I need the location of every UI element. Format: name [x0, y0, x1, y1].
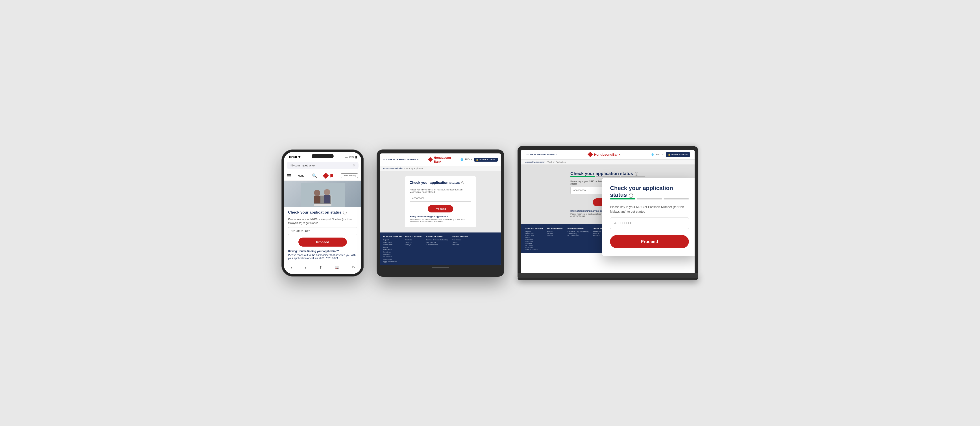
laptop-footer-link-insurance[interactable]: Insurance [525, 243, 543, 244]
phone-info-icon[interactable]: i [343, 211, 347, 215]
battery-icon: ▮ [355, 156, 357, 159]
tablet-footer-link-gm-products[interactable]: Products [452, 241, 468, 243]
modal-popup: Check your application status i Please k… [602, 178, 695, 256]
laptop-lid: YOU ARE IN: PERSONAL BANKING ▾ HongLeong… [517, 146, 698, 273]
laptop-footer-link-remittance[interactable]: Remittance [525, 238, 543, 240]
tablet-footer-link-lifestyle[interactable]: Lifestyle [405, 244, 422, 246]
bookmarks-icon[interactable]: 📖 [335, 265, 339, 270]
phone-proceed-button[interactable]: Proceed [298, 238, 347, 246]
modal-page-title: Check your application status [610, 185, 673, 198]
phone-page-title-row: Check your application status i [288, 210, 357, 215]
laptop-device: YOU ARE IN: PERSONAL BANKING ▾ HongLeong… [517, 146, 698, 280]
tablet-footer-link-loans[interactable]: Loans [383, 246, 402, 248]
laptop-footer-link-credit[interactable]: Credit Cards [525, 235, 543, 236]
phone-bottom-nav: ‹ › ⬆ 📖 ⧉ [284, 263, 361, 274]
tablet-footer-link-debit[interactable]: Debit Cards [383, 241, 402, 243]
phone-nric-input[interactable] [288, 227, 357, 235]
tablet-footer-link-credit[interactable]: Credit Cards [383, 244, 402, 246]
tablet-footer-link-deposit[interactable]: Deposit [383, 239, 402, 241]
laptop-header-right: 🌐 ENG ▾ 🔒 ONLINE BANKING [651, 153, 690, 157]
tablet-footer-link-forex[interactable]: Forex Rates [452, 239, 468, 241]
chevron-down-icon: ▾ [556, 153, 557, 156]
laptop-footer-link-promotions[interactable]: Promotions [525, 246, 543, 248]
modal-nric-input[interactable] [610, 218, 689, 229]
hlb-logo-lines [330, 174, 333, 178]
share-icon[interactable]: ⬆ [319, 265, 322, 270]
phone-device: 10:50 ✈ ▪▪▪ wifi ▮ hlb.com.my/etracker ✕… [282, 150, 363, 276]
close-icon[interactable]: ✕ [353, 163, 355, 167]
laptop-footer-link-hlconnect[interactable]: HL Connect [525, 245, 543, 246]
phone-trouble-text: Please reach out to the bank officer tha… [288, 254, 356, 260]
tablet-nric-input[interactable] [410, 195, 471, 202]
laptop-footer-link-services[interactable]: Services [547, 233, 563, 234]
tablet-footer-link-hlconnectfirst[interactable]: HL ConnectFirst [426, 244, 448, 246]
modal-info-icon[interactable]: i [629, 194, 633, 198]
tablet-footer-link-sme[interactable]: SME Banking [426, 241, 448, 243]
laptop-progress-bar [570, 176, 645, 177]
tablet-footer-link-apply[interactable]: Apply for Products [383, 261, 402, 263]
language-selector[interactable]: ENG [465, 158, 470, 161]
progress-step-3 [621, 176, 645, 177]
modal-progress-step-3 [663, 199, 689, 199]
laptop-footer-link-products[interactable]: Products [547, 231, 563, 232]
tablet-footer-global-markets: GLOBAL MARKETS Forex Rates Products Rese… [452, 235, 468, 263]
phone-url-bar[interactable]: hlb.com.my/etracker ✕ [287, 162, 358, 169]
breadcrumb-link[interactable]: Access My Application [525, 161, 545, 163]
tablet-info-icon[interactable]: i [461, 181, 464, 184]
tablet-main-content: Check your application status i Please k… [380, 171, 501, 232]
tablet-you-are: YOU ARE IN: PERSONAL BANKING ▾ [383, 159, 418, 161]
tablet-footer-link-promotions[interactable]: Promotions [383, 258, 402, 260]
search-icon[interactable]: 🔍 [312, 173, 317, 178]
laptop-footer-link-business-corp[interactable]: Business & Corporate Banking [568, 231, 589, 232]
tablet-breadcrumb: Access My Application > Track My Applica… [380, 166, 501, 171]
hlb-diamond-icon [428, 157, 433, 162]
laptop-online-banking-btn[interactable]: 🔒 ONLINE BANKING [666, 153, 690, 157]
tablet-footer-link-products[interactable]: Products [405, 239, 422, 241]
laptop-footer-link-loans[interactable]: Loans [525, 237, 543, 238]
globe-icon: 🌐 [651, 153, 654, 156]
breadcrumb-current: Track My Application [547, 161, 566, 163]
progress-step-3 [451, 185, 471, 185]
laptop-footer-link-sme[interactable]: SME Banking [568, 233, 589, 234]
forward-icon[interactable]: › [305, 265, 306, 270]
laptop-site-header: YOU ARE IN: PERSONAL BANKING ▾ HongLeong… [521, 150, 695, 160]
laptop-footer-link-deposit[interactable]: Deposit [525, 231, 543, 232]
laptop-title-row: Check your application status i [570, 171, 645, 176]
laptop-footer-link-hlconnectfirst[interactable]: HL ConnectFirst [568, 235, 589, 236]
modal-title-row: Check your application status i [610, 185, 689, 199]
tablet-online-banking-btn[interactable]: 🔒 ONLINE BANKING [474, 157, 498, 162]
laptop-footer-link-investment[interactable]: Investment [525, 241, 543, 242]
breadcrumb-link[interactable]: Access My Application [383, 167, 403, 170]
tablet-application-card: Check your application status i Please k… [405, 176, 476, 227]
laptop-base [517, 273, 698, 278]
back-icon[interactable]: ‹ [291, 265, 292, 270]
breadcrumb-separator: > [404, 167, 405, 170]
tablet-proceed-button[interactable]: Proceed [428, 205, 453, 213]
phone-online-banking-btn[interactable]: Online Banking [341, 173, 358, 178]
wifi-icon: wifi [349, 156, 354, 159]
tablet-footer-link-services[interactable]: Services [405, 241, 422, 243]
breadcrumb-separator: > [546, 161, 547, 163]
tablet-footer-link-investment[interactable]: Investment [383, 251, 402, 253]
language-selector[interactable]: ENG [656, 153, 660, 156]
tablet-footer-link-business-corp[interactable]: Business & Corporate Banking [426, 239, 448, 241]
tablet-footer-personal-banking: PERSONAL BANKING Deposit Debit Cards Cre… [383, 235, 402, 263]
hamburger-icon[interactable] [287, 174, 291, 177]
signal-icon: ▪▪▪ [345, 156, 348, 159]
tablet-footer-business-banking: BUSINESS BANKING Business & Corporate Ba… [426, 235, 448, 263]
tablet-footer-link-hlconnect[interactable]: HL Connect [383, 256, 402, 258]
laptop-footer-link-debit[interactable]: Debit Cards [525, 233, 543, 234]
tablet-home-indicator [432, 267, 449, 268]
chevron-down-icon: ▾ [471, 158, 473, 161]
laptop-info-icon[interactable]: i [635, 172, 638, 176]
tablet-footer-link-insurance[interactable]: Insurance [383, 253, 402, 255]
chevron-down-icon: ▾ [662, 153, 663, 156]
phone-trouble-title: Having trouble finding your application? [288, 250, 357, 253]
tablet-footer-link-research[interactable]: Research [452, 244, 468, 246]
tabs-icon[interactable]: ⧉ [352, 265, 355, 270]
modal-proceed-button[interactable]: Proceed [610, 235, 689, 248]
laptop-footer-link-lifestyle[interactable]: Lifestyle [547, 235, 563, 236]
tablet-footer-link-remittance[interactable]: Remittance [383, 248, 402, 251]
hero-svg [301, 183, 345, 207]
laptop-footer-link-apply[interactable]: Apply for Products [525, 248, 543, 250]
